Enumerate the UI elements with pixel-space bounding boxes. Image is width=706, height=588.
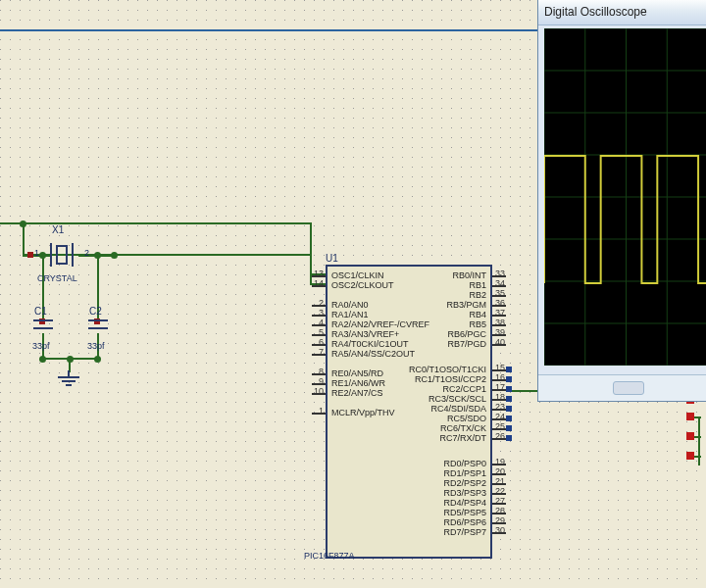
pin-label: RC6/TX/CK xyxy=(331,423,486,433)
junction xyxy=(94,252,101,259)
handle-marker xyxy=(39,318,45,324)
junction xyxy=(94,356,101,363)
pin-label: RB7/PGD xyxy=(331,339,486,349)
pin-stub xyxy=(312,354,326,356)
window-title: Digital Oscilloscope xyxy=(544,5,647,19)
pin-number: 33 xyxy=(495,269,505,278)
pin-label: RB4 xyxy=(331,310,486,319)
pin-stub xyxy=(492,503,506,505)
pin-label: RC3/SCK/SCL xyxy=(331,394,486,404)
pin-stub xyxy=(492,418,506,420)
scroll-thumb[interactable] xyxy=(613,381,644,395)
pin-stub xyxy=(492,473,506,475)
pin-label: RB0/INT xyxy=(331,270,486,280)
oscilloscope-window[interactable]: Digital Oscilloscope xyxy=(537,0,706,402)
pin-stub xyxy=(492,315,506,317)
pin-stub xyxy=(312,334,326,336)
handle-marker xyxy=(27,252,33,258)
pin-label: RD1/PSP1 xyxy=(331,468,486,478)
wire xyxy=(310,283,326,285)
pin-stub xyxy=(492,513,506,514)
pin-stub xyxy=(312,285,326,287)
oscilloscope-screen[interactable] xyxy=(544,28,706,366)
pin-number: 34 xyxy=(495,278,505,288)
pin-label: RD3/PSP3 xyxy=(331,488,486,498)
probe-marker xyxy=(686,413,694,420)
pin-label: RC1/T1OSI/CCP2 xyxy=(331,374,486,384)
pin-stub xyxy=(312,315,326,317)
pin-terminal-icon xyxy=(506,396,512,402)
pin-label: RD2/PSP2 xyxy=(331,478,486,488)
pin-number: 27 xyxy=(495,496,505,506)
pin-stub xyxy=(492,483,506,485)
statusbar xyxy=(538,374,706,401)
pin-number: 17 xyxy=(495,382,505,392)
pin-stub xyxy=(312,324,326,326)
pin-terminal-icon xyxy=(506,367,512,372)
pin-stub xyxy=(312,413,326,415)
pin-terminal-icon xyxy=(506,416,512,421)
pin-number: 30 xyxy=(495,525,505,535)
pin-stub xyxy=(312,393,326,395)
pin-stub xyxy=(492,399,506,401)
pin-number: 1 xyxy=(306,406,324,416)
pin-number: 21 xyxy=(495,476,505,486)
titlebar[interactable]: Digital Oscilloscope xyxy=(538,0,706,25)
pin-label: RC5/SDO xyxy=(331,414,486,423)
pin-number: 15 xyxy=(495,363,505,372)
pin-label: RC2/CCP1 xyxy=(331,384,486,394)
pin-label: RB3/PGM xyxy=(331,300,486,310)
pin-label: RD5/PSP5 xyxy=(331,508,486,517)
pin-stub xyxy=(492,464,506,466)
wire xyxy=(689,416,701,418)
pin-label: RB1 xyxy=(331,280,486,290)
pin-number: 22 xyxy=(495,486,505,496)
crystal-symbol[interactable] xyxy=(50,243,79,267)
wire xyxy=(689,456,701,458)
junction xyxy=(67,356,74,363)
pin-stub xyxy=(312,383,326,385)
wire xyxy=(310,222,312,274)
pin-number: 18 xyxy=(495,392,505,402)
pin-number: 28 xyxy=(495,506,505,515)
pin-stub xyxy=(492,409,506,411)
pin-stub xyxy=(492,389,506,391)
wire xyxy=(698,416,700,466)
pin-number: 35 xyxy=(495,288,505,298)
pin-number: 5 xyxy=(306,327,324,337)
wire xyxy=(23,255,50,257)
pin-stub xyxy=(492,334,506,336)
pin-number: 4 xyxy=(306,318,324,327)
junction xyxy=(39,252,46,259)
pin-stub xyxy=(312,305,326,307)
wire xyxy=(69,358,71,372)
pin-stub xyxy=(492,532,506,534)
pin-label: RC7/RX/DT xyxy=(331,433,486,443)
pin-number: 24 xyxy=(495,412,505,421)
pin-label: RB2 xyxy=(331,290,486,300)
pin-stub xyxy=(492,438,506,440)
pin-label: RD0/PSP0 xyxy=(331,459,486,468)
pin-number: 37 xyxy=(495,308,505,318)
pin-stub xyxy=(312,373,326,375)
ground-symbol[interactable] xyxy=(62,370,77,388)
pin-label: RA5/AN4/SS/C2OUT xyxy=(331,349,415,359)
pin-stub xyxy=(492,522,506,524)
pin-stub xyxy=(312,275,326,277)
wire xyxy=(689,436,701,438)
pin-number: 40 xyxy=(495,337,505,347)
pin-number: 23 xyxy=(495,402,505,412)
capacitor-c2[interactable] xyxy=(88,319,108,333)
c1-value: 33pf xyxy=(32,341,50,351)
wire xyxy=(97,333,99,360)
pin-number: 10 xyxy=(306,386,324,396)
pin-number: 2 xyxy=(306,298,324,308)
pin-terminal-icon xyxy=(506,386,512,392)
pin-stub xyxy=(492,379,506,381)
pin-number: 7 xyxy=(306,347,324,357)
wire xyxy=(310,273,326,275)
capacitor-c1[interactable] xyxy=(33,319,53,333)
wire xyxy=(310,254,312,284)
pin-number: 8 xyxy=(306,367,324,376)
crystal-ref: X1 xyxy=(52,224,64,235)
